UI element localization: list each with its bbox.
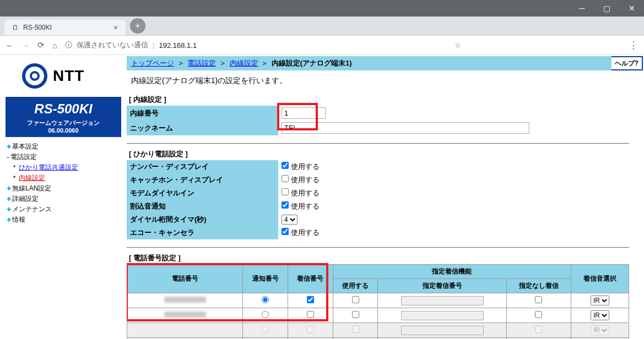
ring-select: IR	[591, 325, 609, 335]
designated-no-input	[401, 326, 484, 335]
phone-number-table: 電話番号 通知番号 着信番号 指定着信機能 着信音選択 使用する 指定着信番号 …	[127, 264, 629, 339]
echo-canceller-check[interactable]	[282, 228, 289, 235]
row-label: 内線番号	[127, 106, 278, 121]
back-button[interactable]: ←	[6, 41, 14, 50]
incoming-check[interactable]	[307, 311, 314, 318]
browser-tab[interactable]: 🗋 RS-500KI ×	[4, 20, 126, 35]
use-check[interactable]	[352, 296, 359, 303]
nav-extension[interactable]: 内線設定	[7, 173, 127, 183]
hikari-settings-table: ナンバー・ディスプレイ 使用する キャッチホン・ディスプレイ 使用する モデムダ…	[127, 160, 629, 239]
model-name: RS-500KI	[8, 101, 119, 117]
model-panel: RS-500KI ファームウェアバージョン 06.00.0060	[6, 97, 121, 137]
interrupt-tone-check[interactable]	[282, 201, 289, 209]
incoming-check	[307, 326, 314, 333]
number-display-check[interactable]	[282, 162, 289, 169]
breadcrumb-link[interactable]: 電話設定	[187, 59, 216, 67]
no-designated-check[interactable]	[535, 296, 542, 303]
col-phone-no: 電話番号	[127, 265, 243, 293]
nav-phone[interactable]: 電話設定	[7, 152, 127, 162]
nav-advanced[interactable]: 詳細設定	[7, 194, 127, 204]
forward-button[interactable]: →	[21, 41, 30, 50]
tab-title: RS-500KI	[23, 24, 52, 31]
page-description: 内線設定(アナログ端末1)の設定を行います。	[127, 70, 644, 94]
nav-tree: 基本設定 電話設定 ひかり電話共通設定 内線設定 無線LAN設定 詳細設定 メン…	[6, 141, 127, 225]
main-content: トップページ ＞ 電話設定 ＞ 内線設定 ＞ 内線設定(アナログ端末1) ヘルプ…	[127, 55, 644, 339]
section-title-phone: [ 電話番号設定 ]	[127, 252, 644, 264]
phone-number-masked	[164, 297, 206, 303]
nickname-input[interactable]	[282, 122, 529, 134]
sidebar: NTT RS-500KI ファームウェアバージョン 06.00.0060 基本設…	[0, 55, 127, 339]
catchphone-display-check[interactable]	[282, 175, 289, 182]
designated-no-input[interactable]	[401, 296, 484, 305]
nav-info[interactable]: 情報	[7, 215, 127, 225]
extension-settings-table: 内線番号 ニックネーム	[127, 106, 629, 135]
use-check	[352, 326, 359, 333]
col-designated-no: 指定着信番号	[378, 279, 507, 293]
breadcrumb-link[interactable]: トップページ	[131, 59, 174, 67]
close-button[interactable]: ✕	[619, 0, 644, 17]
bookmark-star-icon[interactable]: ☆	[454, 41, 461, 50]
firmware-version: 06.00.0060	[8, 127, 119, 134]
security-label: 保護されていない通信	[77, 40, 148, 50]
breadcrumb-current: 内線設定(アナログ端末1)	[272, 59, 352, 67]
breadcrumb-link[interactable]: 内線設定	[230, 59, 258, 67]
extension-number-input[interactable]	[282, 107, 326, 119]
home-button[interactable]: ⌂	[52, 41, 57, 50]
row-label: キャッチホン・ディスプレイ	[127, 173, 278, 187]
col-ring: 着信音選択	[571, 265, 629, 293]
tab-close-icon[interactable]: ×	[113, 23, 118, 32]
row-label: 割込音通知	[127, 200, 278, 213]
col-incoming-no: 着信番号	[288, 265, 333, 293]
section-title-hikari: [ ひかり電話設定 ]	[127, 148, 644, 160]
page-icon: 🗋	[12, 24, 19, 31]
notify-radio	[262, 326, 269, 333]
brand-logo: NTT	[6, 61, 127, 97]
address-bar[interactable]: ⓘ 保護されていない通信 | 192.168.1.1 ☆	[65, 40, 621, 50]
table-row: IR	[127, 323, 629, 338]
new-tab-button[interactable]: +	[130, 18, 145, 34]
col-use: 使用する	[333, 279, 378, 293]
window-title-bar: ─ ▢ ✕	[0, 0, 644, 17]
info-icon: ⓘ	[65, 40, 72, 50]
table-row: IR	[127, 308, 629, 323]
browser-toolbar: ← → ⟳ ⌂ ⓘ 保護されていない通信 | 192.168.1.1 ☆ ⋮	[0, 35, 644, 55]
no-designated-check	[535, 326, 542, 333]
row-label: ニックネーム	[127, 121, 278, 135]
use-check[interactable]	[352, 311, 359, 318]
maximize-button[interactable]: ▢	[594, 0, 619, 17]
row-label: モデムダイヤルイン	[127, 187, 278, 200]
nav-maintenance[interactable]: メンテナンス	[7, 204, 127, 215]
row-label: ダイヤル桁間タイマ(秒)	[127, 213, 278, 226]
minimize-button[interactable]: ─	[570, 0, 594, 17]
row-label: エコー・キャンセラ	[127, 226, 278, 239]
nav-basic[interactable]: 基本設定	[7, 141, 127, 152]
row-label: ナンバー・ディスプレイ	[127, 160, 278, 173]
designated-no-input[interactable]	[401, 311, 484, 320]
phone-number-masked	[164, 311, 206, 318]
col-designated: 指定着信機能	[333, 265, 571, 279]
modem-dialin-check[interactable]	[282, 188, 289, 195]
no-designated-check[interactable]	[535, 311, 542, 318]
incoming-check[interactable]	[307, 296, 314, 303]
table-row: IR	[127, 293, 629, 308]
notify-radio[interactable]	[262, 311, 269, 318]
url-text: 192.168.1.1	[159, 41, 197, 50]
col-notify-no: 通知番号	[243, 265, 288, 293]
brand-name: NTT	[53, 67, 84, 85]
ring-select[interactable]: IR	[591, 310, 609, 320]
col-no-designated: 指定なし着信	[507, 279, 571, 293]
nav-hikari-common[interactable]: ひかり電話共通設定	[7, 162, 127, 173]
ntt-logo-icon	[22, 63, 47, 89]
help-button[interactable]: ヘルプ?	[611, 56, 643, 70]
browser-tab-bar: 🗋 RS-500KI × +	[0, 17, 644, 35]
browser-menu-button[interactable]: ⋮	[629, 39, 638, 51]
notify-radio[interactable]	[262, 296, 269, 303]
firmware-label: ファームウェアバージョン	[8, 119, 119, 127]
dial-timer-select[interactable]: 4	[282, 215, 297, 225]
section-title-extension: [ 内線設定 ]	[127, 94, 644, 106]
ring-select[interactable]: IR	[591, 296, 609, 305]
nav-wlan[interactable]: 無線LAN設定	[7, 183, 127, 194]
reload-button[interactable]: ⟳	[37, 40, 45, 50]
breadcrumb: トップページ ＞ 電話設定 ＞ 内線設定 ＞ 内線設定(アナログ端末1)	[127, 56, 611, 70]
